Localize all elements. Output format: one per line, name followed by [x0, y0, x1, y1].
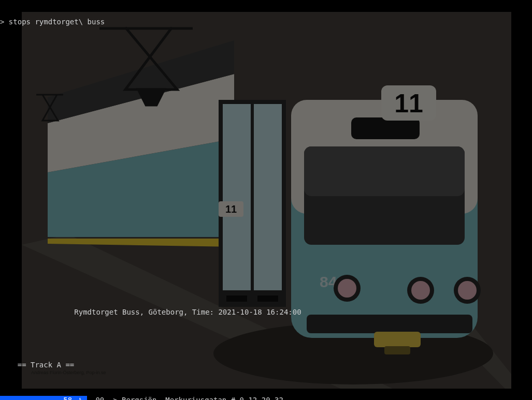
wheelchair-icon: ♿ [77, 396, 83, 400]
blank-line [0, 255, 532, 264]
blank-line [0, 229, 532, 238]
blank-line [0, 282, 532, 290]
blank-line [0, 176, 532, 185]
departure-list: 58 ♿ 00 -> Bergsjön, Merkuriusgatan # 0,… [0, 396, 532, 400]
departure-row: 58 ♿ 00 -> Bergsjön, Merkuriusgatan # 0,… [0, 396, 532, 400]
prompt-symbol: > [0, 18, 9, 26]
command-line: > stops rymdtorget\ buss [0, 18, 532, 26]
station-title: Rymdtorget Buss, Göteborg, Time: 2021-10… [0, 308, 532, 317]
blank-line [0, 97, 532, 106]
departure-text: 00 -> Bergsjön, Merkuriusgatan # 0,12,20… [87, 396, 283, 400]
blank-line [0, 123, 532, 132]
track-header: == Track A == [0, 361, 532, 369]
blank-line [0, 202, 532, 211]
blank-line [0, 334, 532, 343]
route-badge: 58 ♿ [0, 396, 87, 400]
command-text: stops rymdtorget\ buss [9, 18, 105, 26]
blank-line [0, 150, 532, 158]
blank-line [0, 44, 532, 53]
terminal[interactable]: > stops rymdtorget\ buss Rymdtorget Buss… [0, 0, 532, 400]
blank-line [0, 70, 532, 79]
